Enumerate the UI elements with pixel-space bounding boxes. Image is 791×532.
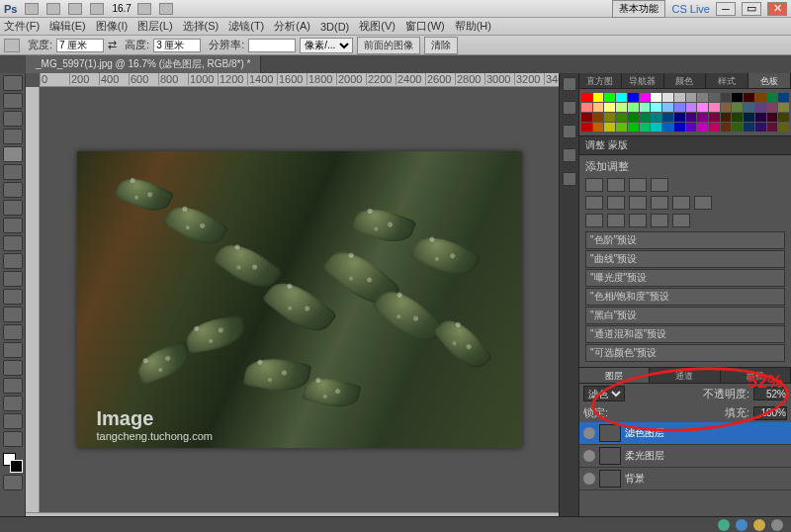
menu-analysis[interactable]: 分析(A) [274,19,310,34]
stamp-tool[interactable] [3,218,23,233]
swatch-color[interactable] [628,123,639,132]
swatch-color[interactable] [755,113,766,122]
exposure-icon[interactable] [651,178,668,192]
layer-row[interactable]: 背景 [579,468,791,490]
tab-layers[interactable]: 图层 [579,368,650,383]
zoom-level[interactable]: 16.7 [112,3,131,14]
swatch-color[interactable] [604,103,615,112]
swatch-color[interactable] [697,123,708,132]
swatch-color[interactable] [640,123,651,132]
eyedropper-tool[interactable] [3,164,23,180]
swatch-color[interactable] [697,93,708,102]
path-tool[interactable] [3,360,23,376]
posterize-icon[interactable] [607,214,625,227]
tab-paths[interactable]: 路径 [721,368,791,383]
tab-color[interactable]: 颜色 [664,73,707,88]
swatch-color[interactable] [674,113,685,122]
swatch-color[interactable] [616,103,627,112]
footer-icon[interactable] [753,519,765,531]
wand-tool[interactable] [3,129,23,144]
gradient-map-icon[interactable] [651,214,668,227]
swatch-color[interactable] [778,123,789,132]
toolbar-icon[interactable] [68,3,82,15]
swatch-color[interactable] [732,123,743,132]
invert-icon[interactable] [585,214,603,227]
swatch-color[interactable] [697,103,708,112]
swatch-color[interactable] [662,103,673,112]
swatch-color[interactable] [744,93,754,102]
swatch-color[interactable] [581,103,592,112]
brightness-icon[interactable] [585,178,603,192]
swatch-color[interactable] [732,103,743,112]
threshold-icon[interactable] [629,214,647,227]
swatch-color[interactable] [767,93,778,102]
toolbar-icon[interactable] [137,3,151,15]
preset-exposure[interactable]: "曝光度"预设 [585,269,785,287]
swatch-color[interactable] [767,113,778,122]
swatch-color[interactable] [767,103,778,112]
swatch-color[interactable] [616,123,627,132]
footer-icon[interactable] [718,519,730,531]
visibility-icon[interactable] [583,427,595,439]
swatch-color[interactable] [744,113,754,122]
layer-row[interactable]: 柔光图层 [579,445,791,468]
dodge-tool[interactable] [3,307,23,322]
preset-levels[interactable]: "色阶"预设 [585,231,785,249]
swatch-color[interactable] [709,123,720,132]
gradient-tool[interactable] [3,271,23,287]
swatch-color[interactable] [686,103,697,112]
toolbar-icon[interactable] [25,3,39,15]
resolution-unit[interactable]: 像素/... [300,38,353,53]
balance-icon[interactable] [629,196,647,210]
opacity-input[interactable] [753,387,787,400]
type-tool[interactable] [3,342,23,358]
pen-tool[interactable] [3,324,23,340]
resolution-input[interactable] [248,39,296,52]
swatch-color[interactable] [686,123,697,132]
swatch-color[interactable] [721,123,732,132]
swatch-color[interactable] [778,103,789,112]
tab-histogram[interactable]: 直方图 [579,73,622,88]
menu-edit[interactable]: 编辑(E) [49,19,86,34]
menu-layer[interactable]: 图层(L) [137,19,172,34]
swatch-color[interactable] [616,93,627,102]
swatch-color[interactable] [674,103,685,112]
menu-help[interactable]: 帮助(H) [455,19,491,34]
fill-input[interactable] [753,406,787,420]
move-tool[interactable] [3,75,23,91]
swatch-color[interactable] [651,113,661,122]
mixer-icon[interactable] [694,196,712,210]
blend-mode-select[interactable]: 滤色 [583,386,625,401]
visibility-icon[interactable] [583,450,595,462]
swatch-color[interactable] [732,93,743,102]
swatch-color[interactable] [767,123,778,132]
levels-icon[interactable] [607,178,625,192]
vibrance-icon[interactable] [585,196,603,210]
swatch-color[interactable] [709,113,720,122]
swatch-color[interactable] [662,113,673,122]
curves-icon[interactable] [629,178,647,192]
swatch-color[interactable] [674,93,685,102]
minimize-button[interactable]: ─ [716,2,736,16]
menu-window[interactable]: 窗口(W) [405,19,445,34]
shape-tool[interactable] [3,378,23,394]
swatch-color[interactable] [744,103,754,112]
cslive-button[interactable]: CS Live [671,3,710,15]
panel-icon[interactable] [563,172,576,186]
layer-thumbnail[interactable] [599,424,621,442]
swatch-color[interactable] [686,93,697,102]
toolbar-icon[interactable] [90,3,104,15]
workspace-button[interactable]: 基本功能 [612,0,665,18]
swatch-color[interactable] [604,113,615,122]
swatch-color[interactable] [593,103,604,112]
history-brush-tool[interactable] [3,235,23,251]
swatch-color[interactable] [593,113,604,122]
tab-navigator[interactable]: 导航器 [622,73,664,88]
swatch-color[interactable] [651,123,661,132]
width-input[interactable] [56,39,104,52]
marquee-tool[interactable] [3,93,23,109]
swatch-color[interactable] [581,93,592,102]
swatch-color[interactable] [604,123,615,132]
maximize-button[interactable]: ▭ [742,2,761,16]
panel-icon[interactable] [563,125,576,138]
